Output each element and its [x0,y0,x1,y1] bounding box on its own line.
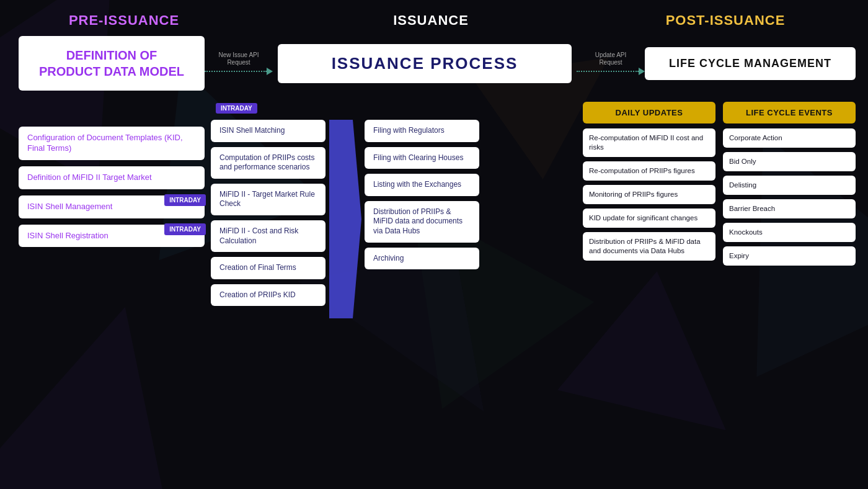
pre-item-4: ISIN Shell Registration INTRADAY [19,225,205,248]
left-arrow-section: New Issue API Request [205,52,273,75]
daily-item-2: Re-computation of PRIIPs figures [583,161,715,181]
lifecycle-item-3: Delisting [723,176,856,195]
intraday-badge-4: INTRADAY [164,223,206,235]
right-arrow-head [639,68,645,75]
bottom-section: Configuration of Document Templates (KID… [12,102,856,318]
intraday-badge-top: INTRADAY [216,103,257,114]
issuance-main-box-title: ISSUANCE PROCESS [288,54,562,73]
post-main-box: LIFE CYCLE MANAGEMENT [645,47,856,80]
left-dotted-line [205,71,267,72]
lifecycle-item-2: Bid Only [723,152,856,171]
daily-item-4: KID update for significant changes [583,209,715,228]
issuance-header: ISSUANCE [217,12,595,29]
lifecycle-item-1: Corporate Action [723,128,856,148]
process-item-mifid-cost: MiFID II - Cost and Risk Calculation [211,220,326,252]
right-dotted-line [577,71,639,72]
pre-items-column: Configuration of Document Templates (KID… [19,102,205,318]
lifecycle-item-4: Barrier Breach [723,199,856,218]
pre-item-2: Definition of MiFID II Target Market [19,166,205,189]
process-item-distribution: Distribution of PRIIPs & MiFID data and … [365,201,479,243]
svg-marker-0 [329,120,361,318]
daily-item-1: Re-computation of MiFID II cost and risk… [583,128,715,157]
process-item-filing-clearing: Filing with Clearing Houses [365,147,479,169]
issuance-main-box: ISSUANCE PROCESS [278,44,572,83]
process-item-isin-matching: ISIN Shell Matching [211,120,326,142]
big-blue-arrow [328,120,362,318]
right-dotted-arrow [577,68,645,75]
daily-item-3: Monitoring of PRIIPs figures [583,185,715,204]
process-item-listing-exchanges: Listing with the Exchanges [365,174,479,196]
lifecycle-events-column: LIFE CYCLE EVENTS Corporate Action Bid O… [723,102,856,318]
main-boxes-row: DEFINITION OF PRODUCT DATA MODEL New Iss… [12,36,856,91]
pre-main-box: DEFINITION OF PRODUCT DATA MODEL [19,36,205,91]
issuance-column: INTRADAY ISIN Shell Matching Computation… [211,102,578,318]
daily-updates-header: DAILY UPDATES [583,102,715,123]
post-section: DAILY UPDATES Re-computation of MiFID II… [583,102,856,318]
right-arrow-label: Update API Request [595,52,627,66]
intraday-badge-3: INTRADAY [164,194,206,206]
lifecycle-item-5: Knockouts [723,223,856,242]
process-item-archiving: Archiving [365,248,479,270]
lifecycle-events-header: LIFE CYCLE EVENTS [723,102,856,123]
process-item-mifid-target: MiFID II - Target Market Rule Check [211,184,326,215]
pre-item-1: Configuration of Document Templates (KID… [19,127,205,160]
daily-updates-column: DAILY UPDATES Re-computation of MiFID II… [583,102,715,318]
lifecycle-item-6: Expiry [723,246,856,266]
pre-item-3: ISIN Shell Management INTRADAY [19,195,205,218]
pre-issuance-header: PRE-ISSUANCE [31,12,217,29]
left-dotted-arrow [205,68,273,75]
left-arrow-head [267,68,273,75]
left-arrow-label: New Issue API Request [218,52,259,66]
issuance-flow: ISIN Shell Matching Computation of PRIIP… [211,120,578,318]
process-item-filing-regulators: Filing with Regulators [365,120,479,142]
post-issuance-header: POST-ISSUANCE [595,12,856,29]
right-arrow-section: Update API Request [577,52,645,75]
process-item-priips-kid: Creation of PRIIPs KID [211,284,326,307]
daily-item-5: Distribution of PRIIPs & MiFID data and … [583,232,715,261]
pre-main-box-title: DEFINITION OF PRODUCT DATA MODEL [29,47,195,79]
left-process-column: ISIN Shell Matching Computation of PRIIP… [211,120,326,306]
process-item-priips-computation: Computation of PRIIPs costs and performa… [211,147,326,179]
columns-header: PRE-ISSUANCE ISSUANCE POST-ISSUANCE [12,12,856,29]
right-process-column: Filing with Regulators Filing with Clear… [365,120,479,269]
post-main-box-title: LIFE CYCLE MANAGEMENT [655,57,846,70]
process-item-final-terms: Creation of Final Terms [211,257,326,279]
